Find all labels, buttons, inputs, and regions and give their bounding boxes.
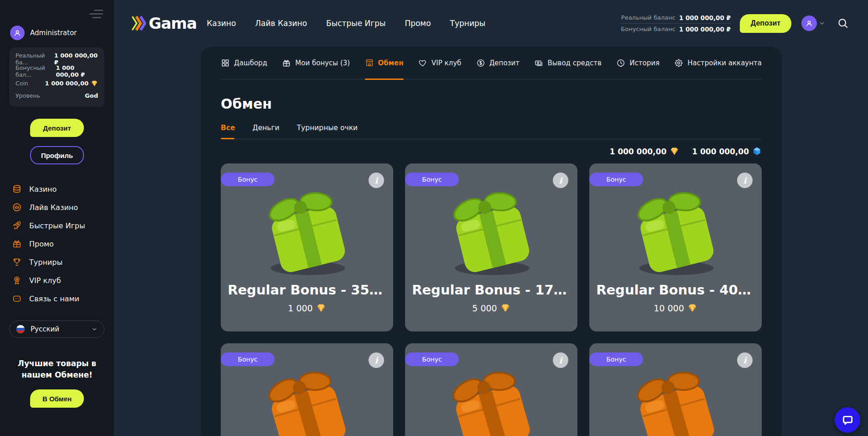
person-icon [805, 19, 814, 28]
gem-orange-icon [670, 147, 679, 156]
withdraw-icon [534, 58, 543, 68]
gem-orange-icon [500, 303, 510, 313]
rocket-icon [12, 221, 22, 231]
stat-value: God [85, 92, 98, 99]
card-badge: Бонус [405, 173, 459, 186]
chevron-down-icon [819, 20, 825, 26]
stat-label: Уровень [16, 92, 40, 99]
tab-exchange[interactable]: Обмен [365, 47, 404, 79]
coins-icon [12, 184, 22, 194]
top-nav: Казино Лайв Казино Быстрые Игры Промо Ту… [207, 19, 485, 28]
card-price: 10 000 [654, 303, 697, 313]
live-chat-button[interactable] [835, 407, 860, 433]
gift-icon [12, 239, 22, 249]
top-nav-live-casino[interactable]: Лайв Казино [255, 19, 307, 28]
balance-label: Реальный баланс [621, 14, 676, 21]
gem-blue-icon [752, 147, 762, 156]
filter-tournament-points[interactable]: Турнирные очки [297, 124, 358, 132]
tab-label: Дашборд [234, 59, 267, 67]
bonus-card[interactable]: Бонус i [221, 343, 393, 436]
sidebar-item-tournaments[interactable]: Турниры [0, 253, 114, 271]
sidebar-item-label: Турниры [29, 258, 62, 267]
wallet-tournament-points: 1 000 000,00 [692, 147, 762, 156]
gem-orange-icon [91, 80, 98, 87]
gear-icon [674, 58, 683, 68]
top-nav-fast-games[interactable]: Быстрые Игры [326, 19, 385, 28]
info-icon[interactable]: i [737, 352, 753, 368]
sidebar-item-casino[interactable]: Казино [0, 180, 114, 198]
topbar: Gama Казино Лайв Казино Быстрые Игры Про… [114, 0, 868, 47]
topbar-right: Реальный баланс 1 000 000,00 ₽ Бонусный … [621, 12, 849, 35]
info-icon[interactable]: i [553, 173, 568, 188]
avatar [10, 26, 25, 40]
search-icon [837, 17, 849, 29]
info-icon[interactable]: i [369, 352, 384, 368]
tab-label: VIP клуб [431, 59, 461, 67]
bonus-cards-grid: Бонус i Regular Bonus - 350… [221, 163, 762, 436]
language-value: Русский [31, 325, 86, 333]
bonus-card[interactable]: Бонус i [589, 343, 762, 436]
language-select[interactable]: Русский [9, 320, 104, 338]
sidebar-item-contact-us[interactable]: Связь с нами [0, 289, 114, 308]
deposit-button[interactable]: Депозит [30, 119, 84, 137]
tab-deposit[interactable]: Депозит [476, 47, 520, 79]
tab-dashboard[interactable]: Дашборд [221, 47, 267, 79]
user-name: Administrator [30, 29, 77, 37]
live-casino-icon [12, 202, 22, 212]
bonus-card[interactable]: Бонус i Regular Bonus - 350… [221, 163, 393, 331]
top-nav-casino[interactable]: Казино [207, 19, 236, 28]
balance-value: 1 000 000,00 ₽ [679, 26, 731, 33]
gift-image [624, 177, 728, 281]
gift-image [255, 357, 359, 436]
info-icon[interactable]: i [737, 173, 753, 188]
info-icon[interactable]: i [553, 352, 568, 368]
sidebar-item-vip-club[interactable]: VIP клуб [0, 271, 114, 289]
gem-orange-icon [316, 303, 326, 313]
dashboard-icon [221, 58, 230, 68]
tab-label: Настройки аккаунта [687, 59, 762, 67]
bonus-balance-row: Бонусный баланс 1 000 000,00 ₽ [621, 23, 731, 35]
tab-label: Депозит [489, 59, 520, 67]
tab-vip-club[interactable]: VIP клуб [418, 47, 461, 79]
top-nav-tournaments[interactable]: Турниры [450, 19, 486, 28]
person-icon [13, 28, 22, 37]
account-menu[interactable] [801, 16, 825, 31]
tab-label: Вывод средств [547, 59, 601, 67]
bonus-card[interactable]: Бонус i Regular Bonus - 400… [589, 163, 762, 331]
search-button[interactable] [837, 17, 849, 29]
card-title: Regular Bonus - 400… [596, 282, 755, 298]
exchange-filters: Все Деньги Турнирные очки [221, 124, 762, 139]
to-exchange-button[interactable]: В Обмен [30, 389, 84, 408]
profile-button[interactable]: Профиль [30, 146, 84, 164]
stat-value: 1 000 000,00 ₽ [54, 52, 98, 66]
deposit-button[interactable]: Депозит [740, 14, 791, 33]
vip-badge-icon [12, 275, 22, 285]
bonus-card[interactable]: Бонус i [405, 343, 577, 436]
gem-orange-icon [687, 303, 697, 313]
sidebar-item-promo[interactable]: Промо [0, 235, 114, 253]
balance-summary-card: Реальный ба... 1 000 000,00 ₽ Бонусный б… [9, 47, 104, 107]
bonus-card[interactable]: Бонус i Regular Bonus - 175… [405, 163, 577, 331]
top-nav-promo[interactable]: Промо [405, 19, 431, 28]
card-badge: Бонус [221, 352, 275, 366]
tab-account-settings[interactable]: Настройки аккаунта [674, 47, 762, 79]
chat-bubble-icon [842, 414, 854, 426]
gift-image [255, 177, 359, 281]
brand-logo[interactable]: Gama [131, 14, 197, 32]
sidebar-item-fast-games[interactable]: Быстрые Игры [0, 216, 114, 235]
filter-all[interactable]: Все [221, 124, 235, 132]
tab-history[interactable]: История [616, 47, 660, 79]
real-balance-row: Реальный баланс 1 000 000,00 ₽ [621, 12, 731, 23]
hamburger-menu-icon[interactable] [89, 7, 103, 21]
tab-withdraw[interactable]: Вывод средств [534, 47, 601, 79]
tab-my-bonuses[interactable]: Мои бонусы (3) [282, 47, 350, 79]
sidebar-item-label: Быстрые Игры [29, 221, 85, 230]
info-icon[interactable]: i [369, 173, 384, 188]
balance-value: 1 000 000,00 ₽ [679, 14, 731, 21]
main-panel: Дашборд Мои бонусы (3) Обмен VIP клуб Де… [201, 47, 782, 436]
filter-money[interactable]: Деньги [253, 124, 280, 132]
sidebar: Administrator Реальный ба... 1 000 000,0… [0, 0, 114, 436]
sidebar-item-live-casino[interactable]: Лайв Казино [0, 198, 114, 216]
wallet-balances: 1 000 000,00 1 000 000,00 [221, 147, 762, 156]
account-tabs: Дашборд Мои бонусы (3) Обмен VIP клуб Де… [221, 47, 762, 79]
